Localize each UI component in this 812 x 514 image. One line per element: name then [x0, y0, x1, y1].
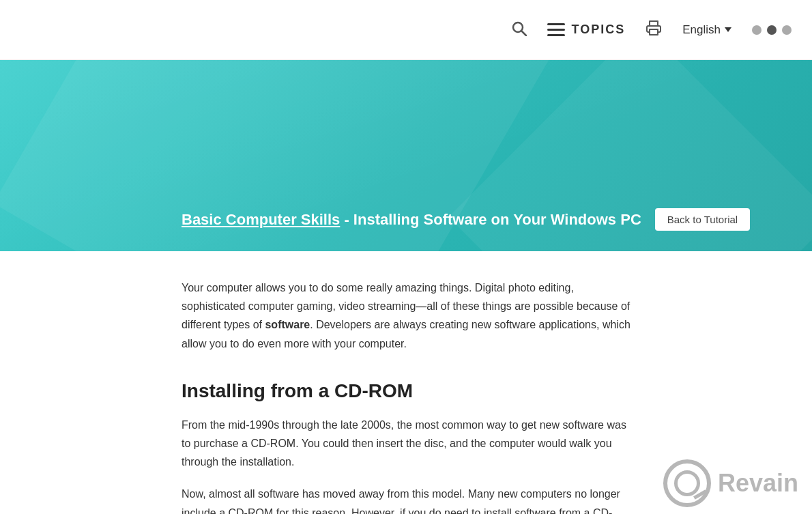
language-selector[interactable]: English	[682, 23, 731, 37]
breadcrumb-link[interactable]: Basic Computer Skills	[182, 211, 340, 228]
header: TOPICS English	[0, 0, 812, 60]
dot-2	[767, 25, 777, 35]
dot-3	[782, 25, 792, 35]
hamburger-icon	[547, 23, 565, 36]
paragraph-1: From the mid-1990s through the late 2000…	[182, 416, 630, 472]
hero-banner: Basic Computer Skills - Installing Softw…	[0, 60, 812, 251]
page-title: Basic Computer Skills - Installing Softw…	[182, 211, 641, 229]
back-to-tutorial-button[interactable]: Back to Tutorial	[655, 208, 750, 231]
hero-content: Basic Computer Skills - Installing Softw…	[0, 208, 750, 231]
intro-bold: software	[265, 319, 310, 330]
svg-point-0	[513, 23, 523, 32]
dot-1	[752, 25, 762, 35]
topics-menu[interactable]: TOPICS	[547, 23, 626, 37]
language-label: English	[682, 23, 721, 37]
dots-indicator	[752, 25, 792, 35]
section-heading: Installing from a CD-ROM	[182, 380, 630, 402]
breadcrumb-separator: - Installing Software on Your Windows PC	[340, 211, 641, 228]
intro-paragraph: Your computer allows you to do some real…	[182, 279, 630, 353]
header-nav: TOPICS English	[510, 20, 792, 40]
main-content: Your computer allows you to do some real…	[0, 251, 812, 514]
svg-line-1	[522, 31, 526, 35]
topics-label: TOPICS	[572, 23, 626, 37]
svg-rect-2	[650, 29, 658, 35]
print-button[interactable]	[646, 20, 662, 40]
chevron-down-icon	[725, 27, 731, 32]
search-button[interactable]	[510, 20, 527, 40]
paragraph-2: Now, almost all software has moved away …	[182, 485, 630, 514]
